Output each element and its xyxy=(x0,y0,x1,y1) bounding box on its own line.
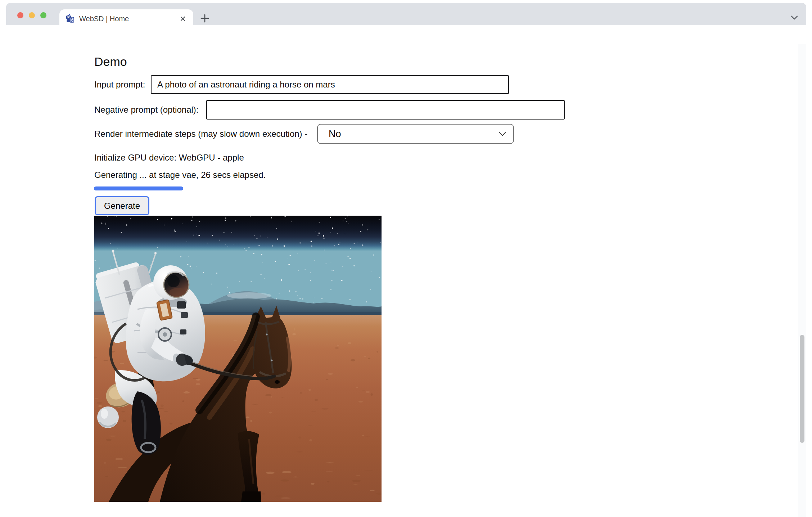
progress-bar xyxy=(94,186,183,190)
robot-favicon-icon xyxy=(66,14,75,23)
tab-close-icon[interactable] xyxy=(178,14,188,23)
new-tab-plus-icon[interactable] xyxy=(198,12,211,25)
address-toolbar: mlc.ai/web-stable-diffusion/ Update xyxy=(6,25,806,43)
scrollbar-thumb[interactable] xyxy=(800,335,804,443)
negative-prompt-label: Negative prompt (optional): xyxy=(94,105,206,115)
negative-prompt-field[interactable] xyxy=(206,100,565,120)
browser-window: WebSD | Home xyxy=(0,0,812,517)
render-steps-row: Render intermediate steps (may slow down… xyxy=(94,124,514,144)
scrollbar-track xyxy=(798,44,806,517)
negative-prompt-row: Negative prompt (optional): xyxy=(94,100,565,120)
chrome-window: WebSD | Home xyxy=(6,0,806,517)
input-prompt-row: Input prompt: xyxy=(94,75,509,94)
generate-button[interactable]: Generate xyxy=(95,196,149,215)
generating-status-text: Generating ... at stage vae, 26 secs ela… xyxy=(94,170,266,180)
tab-search-chevron-down-icon[interactable] xyxy=(789,14,800,22)
render-steps-selected-value: No xyxy=(329,129,341,140)
gpu-status-text: Initialize GPU device: WebGPU - apple xyxy=(94,153,244,163)
window-close-button[interactable] xyxy=(17,12,23,18)
render-steps-select[interactable]: No xyxy=(317,124,514,144)
page-content: Demo Input prompt: Negative prompt (opti… xyxy=(6,44,798,517)
render-steps-label: Render intermediate steps (may slow down… xyxy=(94,129,317,139)
window-minimize-button[interactable] xyxy=(29,12,35,18)
window-zoom-button[interactable] xyxy=(40,12,46,18)
tab-strip: WebSD | Home xyxy=(6,3,806,25)
page-title: Demo xyxy=(94,55,127,69)
select-chevron-down-icon xyxy=(499,132,506,136)
input-prompt-field[interactable] xyxy=(151,75,509,94)
generated-image xyxy=(94,216,382,502)
input-prompt-label: Input prompt: xyxy=(94,80,151,90)
